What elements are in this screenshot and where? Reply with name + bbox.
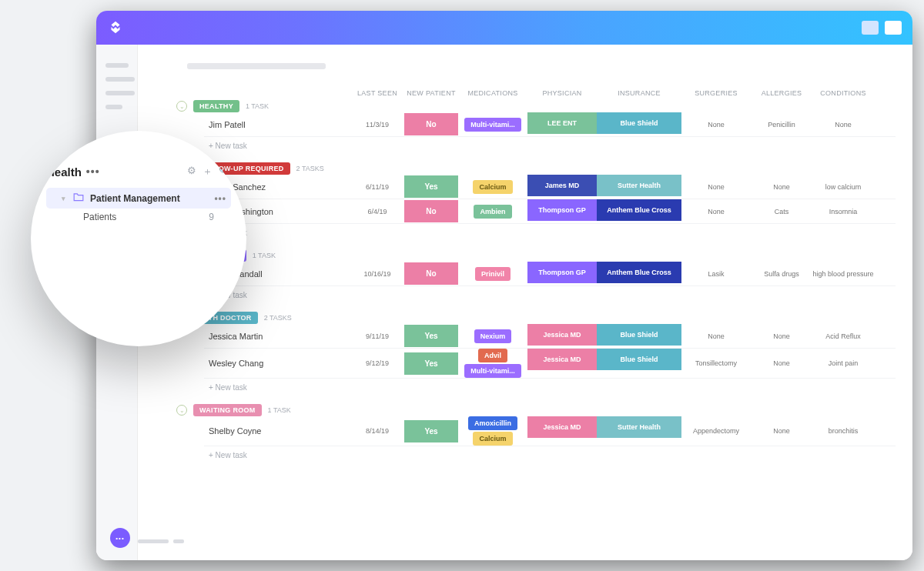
task-row[interactable]: Jessica Martin9/11/19YesNexiumJessica MD…	[204, 324, 896, 349]
last-seen: 6/4/19	[350, 208, 404, 215]
add-icon[interactable]: ＋	[203, 165, 213, 179]
add-task-button[interactable]: + New task	[209, 446, 896, 461]
medication-pill[interactable]: Multi-vitami...	[464, 118, 521, 132]
group-header[interactable]: ⌄FOLLOW-UP REQUIRED2 TASKS	[176, 162, 896, 175]
chat-icon[interactable]: •••	[110, 528, 130, 548]
surgeries-cell: Tonsillectomy	[681, 359, 751, 367]
status-group: ⌄WITH DOCTOR2 TASKSJessica Martin9/11/19…	[187, 312, 896, 393]
status-chip[interactable]: WAITING ROOM	[193, 404, 262, 416]
task-row[interactable]: Shelby Coyne8/14/19YesAmoxicillinCalcium…	[204, 416, 896, 446]
physician-pill[interactable]: Jessica MD	[527, 349, 597, 370]
insurance-pill[interactable]: Sutter Health	[597, 416, 681, 438]
collapse-icon[interactable]: ⌄	[176, 405, 187, 416]
page-header-placeholder	[187, 63, 326, 69]
folder-label: Patient Management	[90, 193, 180, 204]
list-label: Patients	[83, 212, 116, 222]
new-patient-badge[interactable]: Yes	[404, 352, 458, 375]
task-row[interactable]: Mimi Washington6/4/19NoAmbienThompson GP…	[204, 199, 896, 224]
folder-more-icon[interactable]: •••	[214, 193, 226, 204]
surgeries-cell: None	[681, 208, 751, 215]
insurance-pill[interactable]: Anthem Blue Cross	[597, 199, 681, 221]
insurance-pill[interactable]: Blue Shield	[597, 349, 681, 370]
titlebar	[96, 11, 912, 45]
sidebar-folder[interactable]: ▾ Patient Management •••	[46, 188, 231, 209]
titlebar-tabs[interactable]	[862, 21, 902, 35]
conditions-cell: high blood pressure	[812, 270, 874, 278]
insurance-pill[interactable]: Sutter Health	[597, 175, 681, 196]
status-group: LAST SEENNEW PATIENTMEDICATIONSPHYSICIAN…	[187, 89, 896, 152]
task-count: 1 TASK	[246, 102, 269, 110]
new-patient-badge[interactable]: Yes	[404, 420, 458, 442]
new-patient-badge[interactable]: Yes	[404, 175, 458, 198]
task-row[interactable]: Jim Patell11/3/19NoMulti-vitami...LEE EN…	[204, 112, 896, 137]
physician-pill[interactable]: Jessica MD	[527, 324, 597, 346]
group-header[interactable]: ⌄LAB TESTS1 TASK	[176, 249, 896, 262]
column-header: CONDITIONS	[812, 89, 874, 97]
bottom-placeholder	[138, 539, 184, 543]
conditions-cell: Acid Reflux	[812, 332, 874, 340]
new-patient-badge[interactable]: No	[404, 262, 458, 285]
group-header[interactable]: ⌄HEALTHY1 TASK	[176, 100, 896, 112]
column-header: INSURANCE	[597, 89, 681, 97]
new-patient-badge[interactable]: No	[404, 200, 458, 222]
insurance-pill[interactable]: Anthem Blue Cross	[597, 262, 681, 283]
main-content: LAST SEENNEW PATIENTMEDICATIONSPHYSICIAN…	[138, 45, 912, 560]
new-patient-badge[interactable]: Yes	[404, 325, 458, 347]
last-seen: 6/11/19	[350, 183, 404, 191]
list-count: 9	[209, 212, 214, 222]
patient-name[interactable]: Wesley Chang	[204, 359, 350, 368]
medication-pill[interactable]: Nexium	[474, 329, 512, 343]
collapse-icon[interactable]: ⌄	[176, 101, 187, 112]
more-icon[interactable]: •••	[86, 165, 100, 178]
titlebar-tab[interactable]	[862, 21, 879, 35]
add-task-button[interactable]: + New task	[209, 224, 896, 239]
medication-pill[interactable]: Calcium	[473, 432, 512, 446]
group-header[interactable]: ⌄WITH DOCTOR2 TASKS	[176, 312, 896, 324]
last-seen: 9/12/19	[350, 359, 404, 367]
task-row[interactable]: Jamie Randall10/16/19NoPrinivilThompson …	[204, 262, 896, 286]
space-title[interactable]: Health •••	[46, 165, 100, 179]
add-task-button[interactable]: + New task	[209, 137, 896, 152]
column-header: NEW PATIENT	[404, 89, 458, 97]
settings-icon[interactable]: ⚙	[187, 165, 196, 179]
insurance-pill[interactable]: Blue Shield	[597, 324, 681, 346]
patient-name[interactable]: Jessica Martin	[204, 332, 350, 341]
medication-pill[interactable]: Amoxicillin	[468, 416, 517, 430]
allergies-cell: Penicillin	[751, 121, 812, 129]
sidebar-placeholder	[105, 77, 135, 82]
surgeries-cell: None	[681, 332, 751, 340]
zoom-overlay: Health ••• ⚙ ＋ 🔍 ▾ Patient Management ••…	[31, 131, 246, 346]
conditions-cell: None	[812, 121, 874, 129]
group-header[interactable]: ⌄WAITING ROOM1 TASK	[176, 404, 896, 416]
medication-pill[interactable]: Multi-vitami...	[464, 364, 521, 378]
allergies-cell: None	[751, 183, 812, 191]
sidebar-placeholder	[105, 105, 122, 109]
physician-pill[interactable]: LEE ENT	[527, 112, 597, 134]
medication-pill[interactable]: Ambien	[474, 205, 511, 219]
column-header: ALLERGIES	[751, 89, 812, 97]
titlebar-tab[interactable]	[885, 21, 902, 35]
column-header	[204, 89, 350, 97]
patient-name[interactable]: Jim Patell	[204, 120, 350, 129]
add-task-button[interactable]: + New task	[209, 286, 896, 301]
sidebar-list[interactable]: Patients 9	[46, 212, 231, 222]
medication-pill[interactable]: Advil	[478, 349, 507, 362]
new-patient-badge[interactable]: No	[404, 113, 458, 135]
patient-name[interactable]: Shelby Coyne	[204, 426, 350, 436]
app-logo-icon	[107, 19, 124, 36]
task-row[interactable]: Wesley Chang9/12/19YesAdvilMulti-vitami.…	[204, 349, 896, 379]
medication-pill[interactable]: Prinivil	[475, 267, 511, 281]
physician-pill[interactable]: Thompson GP	[527, 199, 597, 221]
surgeries-cell: Appendectomy	[681, 427, 751, 435]
task-row[interactable]: Elena Sanchez6/11/19YesCalciumJames MDSu…	[204, 175, 896, 199]
status-chip[interactable]: HEALTHY	[193, 100, 239, 112]
physician-pill[interactable]: Thompson GP	[527, 262, 597, 283]
medication-pill[interactable]: Calcium	[473, 180, 512, 194]
folder-icon	[73, 192, 84, 204]
surgeries-cell: None	[681, 121, 751, 129]
add-task-button[interactable]: + New task	[209, 379, 896, 393]
physician-pill[interactable]: Jessica MD	[527, 416, 597, 438]
allergies-cell: None	[751, 332, 812, 340]
physician-pill[interactable]: James MD	[527, 175, 597, 196]
insurance-pill[interactable]: Blue Shield	[597, 112, 681, 134]
